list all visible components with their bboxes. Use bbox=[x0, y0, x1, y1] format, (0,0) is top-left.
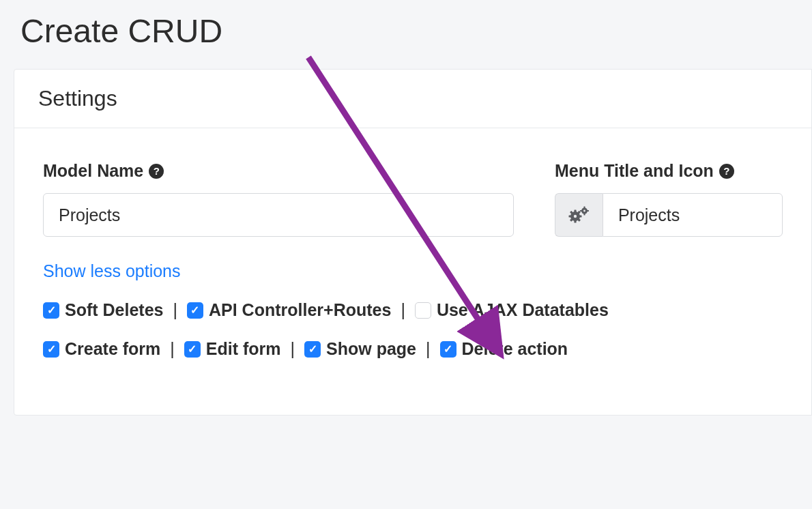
menu-title-input[interactable] bbox=[603, 193, 783, 237]
checkbox-icon: ✓ bbox=[440, 341, 456, 358]
separator: | bbox=[170, 339, 175, 359]
page-title: Create CRUD bbox=[0, 0, 812, 69]
separator: | bbox=[426, 339, 431, 359]
checkbox-create-form[interactable]: ✓ Create form bbox=[43, 339, 160, 359]
checkbox-soft-deletes[interactable]: ✓ Soft Deletes bbox=[43, 300, 163, 320]
checkbox-ajax-datatables[interactable]: Use AJAX Datatables bbox=[415, 300, 609, 320]
separator: | bbox=[291, 339, 295, 359]
options-row-1: ✓ Soft Deletes | ✓ API Controller+Routes… bbox=[43, 300, 783, 320]
svg-rect-15 bbox=[588, 210, 590, 212]
checkbox-delete-action[interactable]: ✓ Delete action bbox=[440, 339, 568, 359]
svg-rect-4 bbox=[569, 215, 572, 217]
svg-rect-2 bbox=[575, 210, 577, 213]
options-row-2: ✓ Create form | ✓ Edit form | ✓ Show pag… bbox=[43, 339, 783, 359]
svg-rect-3 bbox=[575, 220, 577, 223]
show-less-options-link[interactable]: Show less options bbox=[43, 261, 181, 281]
checkbox-edit-form[interactable]: ✓ Edit form bbox=[184, 339, 281, 359]
checkbox-icon: ✓ bbox=[187, 302, 203, 319]
panel-body: Model Name ? Menu Title and Icon ? bbox=[14, 128, 811, 415]
panel-title: Settings bbox=[38, 86, 787, 111]
checkbox-icon bbox=[415, 302, 431, 319]
model-name-input[interactable] bbox=[43, 193, 514, 237]
panel-header: Settings bbox=[14, 70, 811, 128]
checkbox-icon: ✓ bbox=[43, 341, 59, 358]
model-name-label: Model Name ? bbox=[43, 161, 514, 181]
help-icon[interactable]: ? bbox=[719, 164, 734, 179]
svg-rect-13 bbox=[584, 214, 585, 216]
svg-rect-5 bbox=[579, 215, 582, 217]
gears-icon bbox=[568, 205, 590, 224]
separator: | bbox=[173, 300, 177, 320]
checkbox-api-controller[interactable]: ✓ API Controller+Routes bbox=[187, 300, 391, 320]
checkbox-icon: ✓ bbox=[184, 341, 201, 358]
checkbox-show-page[interactable]: ✓ Show page bbox=[304, 339, 416, 359]
icon-picker-button[interactable] bbox=[555, 193, 603, 237]
help-icon[interactable]: ? bbox=[149, 164, 164, 179]
separator: | bbox=[401, 300, 405, 320]
svg-rect-14 bbox=[580, 210, 582, 212]
svg-rect-12 bbox=[584, 207, 585, 209]
settings-panel: Settings Model Name ? Menu Title and Ico… bbox=[14, 69, 812, 416]
svg-point-11 bbox=[584, 210, 586, 212]
svg-point-1 bbox=[574, 215, 577, 218]
menu-title-label: Menu Title and Icon ? bbox=[555, 161, 783, 181]
checkbox-icon: ✓ bbox=[43, 302, 59, 319]
checkbox-icon: ✓ bbox=[304, 341, 321, 358]
